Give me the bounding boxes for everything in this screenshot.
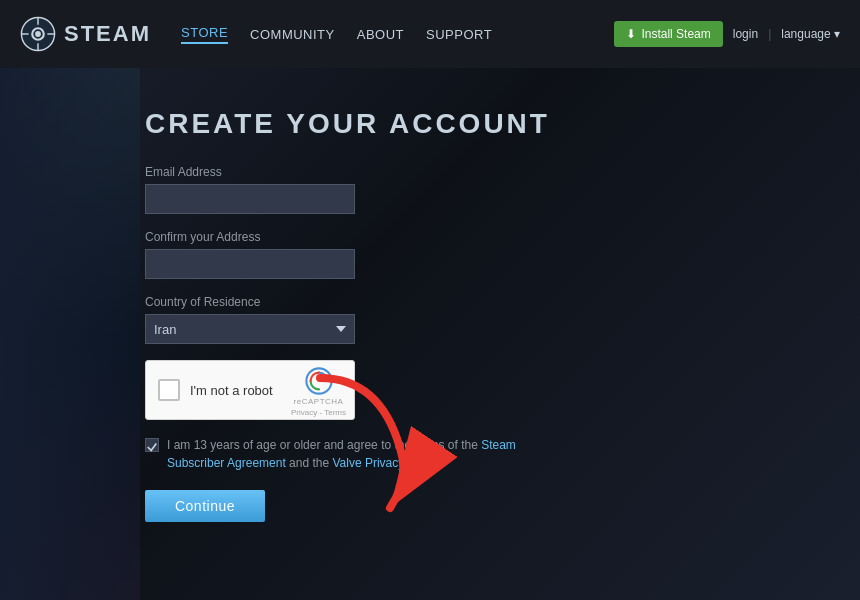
terms-area: I am 13 years of age or older and agree …	[145, 436, 525, 472]
confirm-label: Confirm your Address	[145, 230, 565, 244]
privacy-policy-link[interactable]: Valve Privacy Policy	[332, 456, 438, 470]
logo-area: STEAM	[20, 16, 151, 52]
download-icon: ⬇	[626, 27, 636, 41]
nav-store[interactable]: STORE	[181, 25, 228, 44]
email-input[interactable]	[145, 184, 355, 214]
country-group: Country of Residence Iran United States …	[145, 295, 565, 344]
nav-community[interactable]: COMMUNITY	[250, 27, 335, 42]
header: STEAM STORE COMMUNITY ABOUT SUPPORT ⬇ In…	[0, 0, 860, 68]
svg-marker-8	[324, 377, 330, 381]
install-steam-button[interactable]: ⬇ Install Steam	[614, 21, 722, 47]
main-nav: STORE COMMUNITY ABOUT SUPPORT	[181, 25, 614, 44]
chevron-down-icon: ▾	[834, 27, 840, 41]
nav-about[interactable]: ABOUT	[357, 27, 404, 42]
steam-brand-text: STEAM	[64, 21, 151, 47]
country-select[interactable]: Iran United States United Kingdom German…	[145, 314, 355, 344]
steam-logo-icon	[20, 16, 56, 52]
recaptcha-checkbox[interactable]	[158, 379, 180, 401]
continue-button[interactable]: Continue	[145, 490, 265, 522]
login-link[interactable]: login	[733, 27, 758, 41]
email-label: Email Address	[145, 165, 565, 179]
header-right: ⬇ Install Steam login | language ▾	[614, 21, 840, 47]
country-label: Country of Residence	[145, 295, 565, 309]
svg-point-2	[35, 31, 41, 37]
main-background: CREATE YOUR ACCOUNT Email Address Confir…	[0, 68, 860, 600]
recaptcha-brand-text: reCAPTCHA	[294, 397, 344, 406]
terms-checkbox[interactable]	[145, 438, 159, 452]
recaptcha-icon	[305, 367, 333, 395]
nav-support[interactable]: SUPPORT	[426, 27, 492, 42]
confirm-email-group: Confirm your Address	[145, 230, 565, 279]
bg-overlay	[0, 68, 140, 600]
language-link[interactable]: language ▾	[781, 27, 840, 41]
recaptcha-widget[interactable]: I'm not a robot reCAPTCHA Privacy - Term…	[145, 360, 355, 420]
recaptcha-links: Privacy - Terms	[291, 408, 346, 417]
create-account-form: CREATE YOUR ACCOUNT Email Address Confir…	[145, 108, 565, 522]
header-divider: |	[768, 27, 771, 41]
confirm-email-input[interactable]	[145, 249, 355, 279]
recaptcha-logo: reCAPTCHA Privacy - Terms	[291, 367, 346, 417]
terms-text: I am 13 years of age or older and agree …	[167, 436, 525, 472]
email-group: Email Address	[145, 165, 565, 214]
page-title: CREATE YOUR ACCOUNT	[145, 108, 565, 140]
